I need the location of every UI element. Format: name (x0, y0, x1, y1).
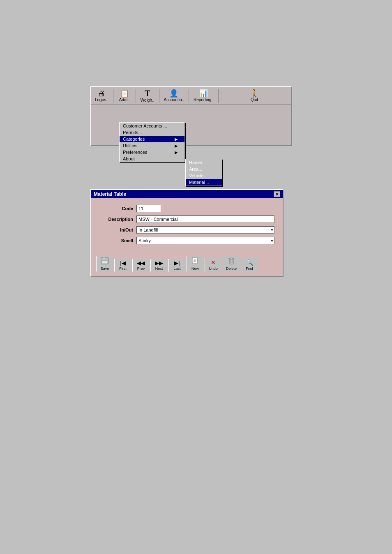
toolbar-btn-weigh[interactable]: T Weigh.. (137, 88, 158, 104)
save-button[interactable]: Save (96, 256, 113, 272)
smell-select-wrapper: Stinky None Mild (136, 237, 274, 244)
dropdown-menu: Customer Accounts ... Permits... Categor… (119, 122, 185, 162)
prev-button[interactable]: ◀◀ Prev (132, 259, 150, 272)
submenu-item-area[interactable]: Area... (186, 166, 222, 172)
last-label: Last (173, 267, 180, 271)
code-input[interactable] (136, 205, 161, 212)
new-label: New (191, 267, 199, 271)
toolbar-btn-admin[interactable]: 📋 Adm.. (114, 88, 135, 104)
logos-icon: 🖨 (98, 90, 105, 97)
dialog-toolbar: Save |◀ First ◀◀ Prev ▶▶ Next ▶| Last (91, 253, 283, 276)
admin-icon: 📋 (120, 90, 129, 97)
first-icon: |◀ (120, 260, 125, 267)
inout-select-wrapper: In Landfill Out In (136, 226, 274, 234)
utilities-arrow-icon: ▶ (175, 144, 178, 148)
svg-rect-1 (102, 257, 106, 260)
form-row-inout: In/Out In Landfill Out In (99, 226, 274, 234)
first-label: First (119, 267, 127, 271)
description-label: Description (99, 217, 136, 222)
form-row-description: Description (99, 216, 274, 223)
submenu-item-hauler[interactable]: Hauler... (186, 159, 222, 166)
dialog-titlebar: Material Table ✕ (91, 190, 283, 198)
dialog-body: Code Description In/Out In Landfill Out … (91, 198, 283, 253)
find-button[interactable]: 🔍 Find (241, 258, 258, 272)
smell-label: Smell (99, 238, 136, 243)
toolbar-window: 🖨 Logos.. 📋 Adm.. T Weigh.. 👤 Accountin.… (90, 86, 292, 146)
admin-label: Adm.. (119, 97, 130, 102)
next-icon: ▶▶ (155, 260, 163, 267)
menu-item-utilities[interactable]: Utilities ▶ (120, 142, 184, 149)
menu-item-customer-accounts[interactable]: Customer Accounts ... (120, 123, 184, 129)
inout-label: In/Out (99, 227, 136, 232)
menu-item-categories[interactable]: Categories ▶ Hauler... Area... Vehicle..… (120, 136, 184, 142)
svg-rect-7 (229, 259, 233, 264)
submenu-item-material[interactable]: Material .. (186, 179, 222, 185)
find-icon: 🔍 (246, 259, 253, 266)
quit-icon: 🚶 (250, 90, 259, 97)
accounting-icon: 👤 (169, 90, 178, 97)
svg-rect-2 (102, 261, 108, 264)
categories-arrow-icon: ▶ (175, 137, 178, 141)
weigh-label: Weigh.. (141, 98, 154, 102)
toolbar-btn-quit[interactable]: 🚶 Quit (244, 88, 265, 104)
prev-label: Prev (137, 267, 145, 271)
undo-icon: ✕ (211, 259, 216, 266)
delete-label: Delete (226, 267, 237, 271)
weigh-icon: T (145, 89, 150, 97)
next-label: Next (155, 267, 163, 271)
toolbar-btn-accounting[interactable]: 👤 Accountin.. (160, 88, 188, 104)
new-icon (191, 257, 199, 266)
form-row-code: Code (99, 205, 274, 212)
preferences-arrow-icon: ▶ (175, 150, 178, 155)
toolbar-spacer (219, 88, 244, 104)
logos-label: Logos.. (95, 97, 108, 102)
first-button[interactable]: |◀ First (114, 259, 131, 272)
reporting-label: Reporting.. (194, 97, 214, 102)
quit-label: Quit (251, 97, 258, 102)
material-table-dialog: Material Table ✕ Code Description In/Out… (90, 189, 284, 277)
find-label: Find (246, 267, 253, 271)
dialog-title: Material Table (94, 191, 126, 197)
smell-select[interactable]: Stinky None Mild (136, 237, 274, 244)
last-button[interactable]: ▶| Last (168, 259, 186, 272)
submenu-item-vehicle[interactable]: Vehicle.. (186, 172, 222, 179)
toolbar-btn-logos[interactable]: 🖨 Logos.. (91, 88, 112, 104)
dropdown-area: Customer Accounts ... Permits... Categor… (91, 105, 291, 145)
toolbar-bar: 🖨 Logos.. 📋 Adm.. T Weigh.. 👤 Accountin.… (91, 87, 291, 105)
next-button[interactable]: ▶▶ Next (150, 259, 168, 272)
description-input[interactable] (136, 216, 274, 223)
prev-icon: ◀◀ (137, 260, 145, 267)
delete-icon (228, 257, 235, 266)
dialog-close-button[interactable]: ✕ (274, 191, 280, 197)
form-row-smell: Smell Stinky None Mild (99, 237, 274, 244)
new-button[interactable]: New (187, 256, 204, 272)
undo-label: Undo (209, 267, 218, 271)
save-label: Save (101, 267, 109, 271)
undo-button[interactable]: ✕ Undo (205, 258, 222, 272)
menu-item-permits[interactable]: Permits... (120, 129, 184, 136)
delete-button[interactable]: Delete (223, 256, 240, 272)
submenu-categories: Hauler... Area... Vehicle.. Material .. (185, 159, 222, 186)
accounting-label: Accountin.. (164, 97, 184, 102)
save-icon (101, 257, 109, 266)
last-icon: ▶| (174, 260, 180, 267)
menu-item-preferences[interactable]: Preferences ▶ (120, 149, 184, 155)
inout-select[interactable]: In Landfill Out In (136, 226, 274, 234)
reporting-icon: 📊 (199, 90, 208, 97)
code-label: Code (99, 206, 136, 211)
svg-rect-9 (230, 258, 233, 259)
menu-item-about[interactable]: About (120, 155, 184, 162)
toolbar-btn-reporting[interactable]: 📊 Reporting.. (190, 88, 217, 104)
